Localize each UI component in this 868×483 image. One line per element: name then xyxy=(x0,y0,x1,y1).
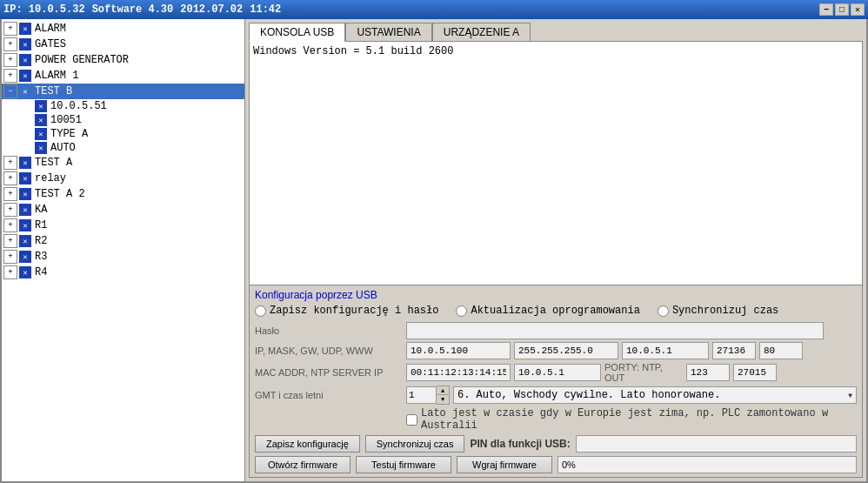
tab-ustawienia[interactable]: USTAWIENIA xyxy=(345,23,431,41)
config-section: Konfiguracja poprzez USB Zapisz konfigur… xyxy=(250,285,862,477)
tree-label-ka: KA xyxy=(35,204,47,216)
haslo-input[interactable] xyxy=(406,322,824,339)
spinner-down[interactable]: ▼ xyxy=(437,395,449,404)
expander-testb[interactable]: − xyxy=(3,84,17,98)
ntp-server-input[interactable] xyxy=(514,364,601,381)
tree-item-testb[interactable]: − ✕ TEST B xyxy=(2,84,244,99)
timezone-dropdown[interactable]: 6. Auto, Wschody cywilne. Lato honorowan… xyxy=(453,386,857,404)
radio-aktualizacja[interactable]: Aktualizacja oprogramowania xyxy=(456,305,639,317)
tree-item-testa[interactable]: + ✕ TEST A xyxy=(2,155,244,171)
tree-item-r3[interactable]: + ✕ R3 xyxy=(2,249,244,265)
x-icon-testb-3: ✕ xyxy=(35,128,47,140)
x-icon-testb: ✕ xyxy=(19,85,31,97)
titlebar-time: 11:42 xyxy=(250,3,281,16)
mac-input[interactable] xyxy=(406,364,511,381)
haslo-label: Hasło xyxy=(255,325,403,336)
expander-gates[interactable]: + xyxy=(3,37,17,51)
radio-zapisz-input[interactable] xyxy=(255,305,266,317)
expander-alarm[interactable]: + xyxy=(3,22,17,36)
gmt-input[interactable] xyxy=(406,386,437,404)
main-container: + ✕ ALARM + ✕ GATES + ✕ POWER GENERATOR … xyxy=(0,19,868,483)
zapisz-config-button[interactable]: Zapisz konfigurację xyxy=(255,435,360,453)
x-icon-testb-1: ✕ xyxy=(35,100,47,112)
spinner-buttons: ▲ ▼ xyxy=(437,386,450,405)
expander-power-generator[interactable]: + xyxy=(3,53,17,67)
otworz-button[interactable]: Otwórz firmware xyxy=(255,456,351,473)
x-icon-r4: ✕ xyxy=(19,266,31,278)
form-row-haslo: Hasło xyxy=(255,322,857,339)
tree-label-testb: TEST B xyxy=(35,85,72,97)
radio-zapisz-label: Zapisz konfigurację i hasło xyxy=(270,305,438,317)
titlebar-info: IP: 10.0.5.32 Software 4.30 2012.07.02 1… xyxy=(3,3,281,16)
tree-label-testa2: TEST A 2 xyxy=(35,188,85,200)
tree-label-testb-3: TYPE A xyxy=(50,128,88,140)
spinner-up[interactable]: ▲ xyxy=(437,386,449,395)
radio-zapisz[interactable]: Zapisz konfigurację i hasło xyxy=(255,305,438,317)
porty-label: PORTY: NTP, OUT xyxy=(604,362,683,383)
tree-item-testb-2[interactable]: ✕ 10051 xyxy=(2,113,244,127)
lato-checkbox[interactable] xyxy=(406,414,417,426)
tree-item-r1[interactable]: + ✕ R1 xyxy=(2,218,244,233)
radio-aktualizacja-input[interactable] xyxy=(456,305,467,317)
tree-label-testb-4: AUTO xyxy=(50,142,76,154)
expander-testa2[interactable]: + xyxy=(3,187,17,201)
maximize-button[interactable]: □ xyxy=(835,3,849,16)
expander-r3[interactable]: + xyxy=(3,250,17,264)
expander-ka[interactable]: + xyxy=(3,203,17,217)
window-controls: − □ ✕ xyxy=(819,3,865,16)
close-button[interactable]: ✕ xyxy=(851,3,865,16)
radio-synchronizuj-label: Synchronizuj czas xyxy=(672,305,778,317)
mask-input[interactable] xyxy=(514,342,618,359)
pin-label: PIN dla funkcji USB: xyxy=(470,438,570,450)
expander-testa[interactable]: + xyxy=(3,156,17,170)
expander-relay[interactable]: + xyxy=(3,171,17,185)
radio-synchronizuj-input[interactable] xyxy=(658,305,669,317)
udp-input[interactable] xyxy=(712,342,756,359)
tree-item-r4[interactable]: + ✕ R4 xyxy=(2,265,244,280)
tree-item-power-generator[interactable]: + ✕ POWER GENERATOR xyxy=(2,52,244,68)
tab-bar: KONSOLA USB USTAWIENIA URZĄDZENIE A xyxy=(249,23,863,41)
tree-label-r3: R3 xyxy=(35,251,47,263)
console-output[interactable]: Windows Version = 5.1 build 2600 xyxy=(250,42,862,285)
radio-synchronizuj[interactable]: Synchronizuj czas xyxy=(658,305,778,317)
tab-urzadzenie[interactable]: URZĄDZENIE A xyxy=(432,23,531,41)
minimize-button[interactable]: − xyxy=(819,3,833,16)
testuj-button[interactable]: Testuj firmware xyxy=(356,456,451,473)
tree-item-testb-1[interactable]: ✕ 10.0.5.51 xyxy=(2,99,244,113)
expander-alarm1[interactable]: + xyxy=(3,69,17,83)
tree-label-alarm: ALARM xyxy=(35,23,66,35)
out-port-input[interactable] xyxy=(733,364,777,381)
expander-r4[interactable]: + xyxy=(3,265,17,279)
tree-label-r1: R1 xyxy=(35,219,47,231)
tab-konsola[interactable]: KONSOLA USB xyxy=(249,23,345,42)
x-icon-testa2: ✕ xyxy=(19,188,31,200)
x-icon-ka: ✕ xyxy=(19,204,31,216)
tree-item-alarm[interactable]: + ✕ ALARM xyxy=(2,21,244,37)
tree-item-relay[interactable]: + ✕ relay xyxy=(2,171,244,186)
tree-item-alarm1[interactable]: + ✕ ALARM 1 xyxy=(2,68,244,84)
www-input[interactable] xyxy=(759,342,803,359)
tree-item-testb-3[interactable]: ✕ TYPE A xyxy=(2,127,244,141)
pin-input[interactable] xyxy=(576,435,857,453)
tree-item-gates[interactable]: + ✕ GATES xyxy=(2,37,244,52)
progress-text: 0% xyxy=(562,460,576,470)
tree-item-r2[interactable]: + ✕ R2 xyxy=(2,233,244,249)
tree-label-testb-2: 10051 xyxy=(50,114,82,126)
tree-item-testa2[interactable]: + ✕ TEST A 2 xyxy=(2,186,244,202)
wgraj-button[interactable]: Wgraj firmware xyxy=(457,456,552,473)
synchronizuj-button[interactable]: Synchronizuj czas xyxy=(365,435,465,453)
ntp-port-input[interactable] xyxy=(686,364,730,381)
radio-aktualizacja-label: Aktualizacja oprogramowania xyxy=(471,305,639,317)
tree-item-ka[interactable]: + ✕ KA xyxy=(2,202,244,218)
x-icon-relay: ✕ xyxy=(19,172,31,184)
x-icon-r2: ✕ xyxy=(19,235,31,247)
titlebar-ip: IP: 10.0.5.32 xyxy=(3,3,85,16)
expander-r1[interactable]: + xyxy=(3,218,17,232)
tree-item-testb-4[interactable]: ✕ AUTO xyxy=(2,141,244,155)
x-icon-r3: ✕ xyxy=(19,251,31,263)
ip-input[interactable] xyxy=(406,342,511,359)
gmt-spinner[interactable]: ▲ ▼ xyxy=(406,386,450,405)
expander-r2[interactable]: + xyxy=(3,234,17,248)
gw-input[interactable] xyxy=(622,342,709,359)
x-icon-alarm: ✕ xyxy=(19,23,31,35)
